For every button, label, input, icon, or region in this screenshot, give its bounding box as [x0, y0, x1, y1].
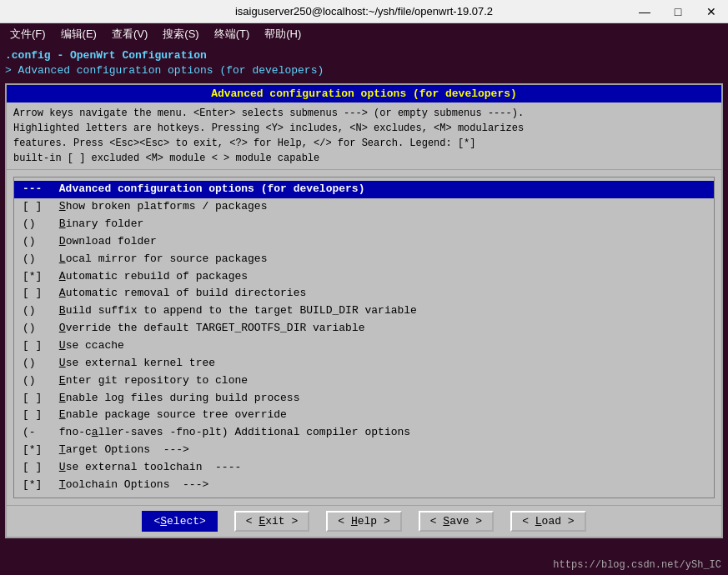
menu-options-inner: --- Advanced configuration options (for …	[13, 177, 715, 498]
menu-row[interactable]: () Download folder	[14, 233, 714, 251]
instruction-line-2: Highlighted letters are hotkeys. Pressin…	[13, 121, 715, 136]
instruction-line-3: features. Press <Esc><Esc> to exit, <?> …	[13, 136, 715, 151]
status-url: https://blog.csdn.net/ySh_IC	[553, 559, 721, 571]
button-bar: <Select> < Exit > < Help > < Save > < Lo…	[7, 505, 721, 537]
menu-bar: 文件(F) 编辑(E) 查看(V) 搜索(S) 终端(T) 帮助(H)	[0, 23, 728, 45]
config-dialog-header: Advanced configuration options (for deve…	[7, 85, 721, 102]
config-instructions: Arrow keys navigate the menu. <Enter> se…	[7, 102, 721, 170]
save-button[interactable]: < Save >	[419, 511, 494, 532]
window-controls: — □ ✕	[628, 0, 728, 23]
exit-button[interactable]: < Exit >	[234, 511, 309, 532]
menu-terminal[interactable]: 终端(T)	[208, 25, 257, 43]
breadcrumb-line1: .config - OpenWrt Configuration	[5, 48, 723, 63]
menu-file[interactable]: 文件(F)	[3, 25, 53, 43]
menu-row[interactable]: () Use external kernel tree	[14, 355, 714, 372]
menu-row[interactable]: () Build suffix to append to the target …	[14, 302, 714, 320]
load-button[interactable]: < Load >	[510, 511, 585, 532]
title-bar: isaiguserver250@localhost:~/ysh/file/ope…	[0, 0, 728, 23]
menu-row[interactable]: [ ] Show broken platforms / packages	[14, 198, 714, 216]
menu-edit[interactable]: 编辑(E)	[54, 25, 103, 43]
menu-row[interactable]: [ ] Use external toolchain ----	[14, 459, 714, 477]
status-bar: https://blog.csdn.net/ySh_IC	[0, 555, 728, 575]
select-button[interactable]: <Select>	[142, 511, 217, 532]
menu-row[interactable]: [ ] Automatic removal of build directori…	[14, 285, 714, 302]
window-title: isaiguserver250@localhost:~/ysh/file/ope…	[235, 5, 493, 18]
menu-row[interactable]: [*] Target Options --->	[14, 442, 714, 459]
breadcrumb-line2: > Advanced configuration options (for de…	[5, 63, 723, 78]
menu-row[interactable]: [ ] Enable package source tree override	[14, 407, 714, 424]
terminal-area: .config - OpenWrt Configuration > Advanc…	[0, 45, 728, 82]
instruction-line-4: built-in [ ] excluded <M> module < > mod…	[13, 151, 715, 166]
menu-row[interactable]: --- Advanced configuration options (for …	[14, 181, 714, 198]
config-dialog: Advanced configuration options (for deve…	[5, 83, 723, 538]
menu-row[interactable]: () Binary folder	[14, 216, 714, 233]
menu-row[interactable]: () Local mirror for source packages	[14, 251, 714, 268]
menu-row[interactable]: [*] Automatic rebuild of packages	[14, 268, 714, 286]
maximize-button[interactable]: □	[661, 0, 695, 23]
help-button[interactable]: < Help >	[326, 511, 401, 532]
menu-view[interactable]: 查看(V)	[105, 25, 154, 43]
menu-row[interactable]: () Enter git repository to clone	[14, 372, 714, 390]
menu-search[interactable]: 搜索(S)	[156, 25, 205, 43]
menu-row[interactable]: [ ] Use ccache	[14, 338, 714, 355]
menu-row[interactable]: () Override the default TARGET_ROOTFS_DI…	[14, 320, 714, 338]
menu-row[interactable]: [*] Toolchain Options --->	[14, 477, 714, 494]
minimize-button[interactable]: —	[628, 0, 661, 23]
menu-options[interactable]: --- Advanced configuration options (for …	[7, 170, 721, 504]
instruction-line-1: Arrow keys navigate the menu. <Enter> se…	[13, 106, 715, 121]
menu-row[interactable]: [ ] Enable log files during build proces…	[14, 390, 714, 408]
menu-row[interactable]: (- fno-caller-saves -fno-plt) Additional…	[14, 424, 714, 442]
close-button[interactable]: ✕	[695, 0, 728, 23]
menu-help[interactable]: 帮助(H)	[258, 25, 308, 43]
